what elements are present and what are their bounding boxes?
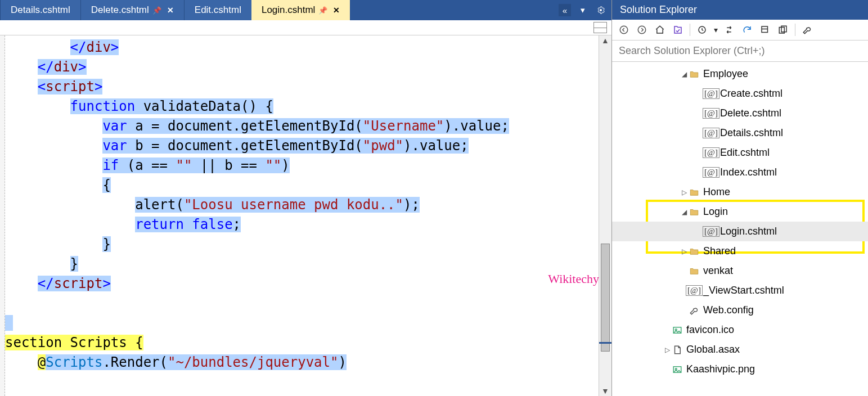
tree-label: _ViewStart.cshtml: [703, 285, 784, 296]
tabs-overflow-icon[interactable]: «: [559, 4, 571, 16]
folder-icon: [689, 206, 700, 218]
tree-label: Shared: [703, 245, 736, 257]
svg-point-1: [620, 26, 628, 34]
tab-bar: Details.cshtmlDelete.cshtml📌✕Edit.cshtml…: [0, 0, 611, 20]
toolbar-separator: [690, 24, 690, 36]
vertical-scrollbar[interactable]: ▲ ▼: [599, 35, 611, 396]
code-line: if (a == "" || b == ""): [5, 156, 599, 176]
code-editor[interactable]: </div> </div> <script> function validate…: [5, 35, 599, 396]
tree-label: venkat: [703, 265, 733, 277]
tree-item-_viewstart-cshtml[interactable]: [@]_ViewStart.cshtml: [612, 281, 868, 300]
tree-item-delete-cshtml[interactable]: [@]Delete.cshtml: [612, 104, 868, 123]
code-line: section Scripts {: [5, 333, 599, 353]
dropdown-icon[interactable]: ▾: [712, 22, 719, 38]
tree-item-create-cshtml[interactable]: [@]Create.cshtml: [612, 84, 868, 104]
code-line: </div>: [5, 57, 599, 77]
tabs-menu-icon[interactable]: ▾: [577, 4, 589, 16]
file-tree[interactable]: ◢Employee[@]Create.cshtml[@]Delete.cshtm…: [612, 62, 868, 396]
tree-label: Login.cshtml: [720, 226, 777, 237]
scroll-down-icon[interactable]: ▼: [599, 386, 611, 396]
code-line: alert("Loosu username pwd kodu..");: [5, 195, 599, 215]
tree-label: Login: [703, 206, 728, 218]
razor-icon: [@]: [705, 147, 717, 159]
toolbar-separator: [795, 24, 795, 36]
tab-label: Login.cshtml: [262, 4, 315, 16]
tree-item-index-cshtml[interactable]: [@]Index.cshtml: [612, 163, 868, 182]
editor-split-bar: [0, 20, 611, 35]
code-line: [5, 313, 599, 333]
refresh-icon[interactable]: [739, 22, 755, 38]
code-line: return false;: [5, 215, 599, 235]
chevron-right-icon[interactable]: ▷: [680, 188, 689, 196]
folder-icon: [689, 246, 700, 257]
tree-item-kaashivpic-png[interactable]: Kaashivpic.png: [612, 359, 868, 379]
tree-item-favicon-ico[interactable]: favicon.ico: [612, 320, 868, 340]
panel-search: [612, 40, 868, 62]
tab-label: Details.cshtml: [11, 4, 70, 16]
razor-icon: [@]: [705, 128, 717, 139]
pin-icon[interactable]: 📌: [318, 6, 327, 15]
code-line: var a = document.getElementById("Usernam…: [5, 116, 599, 136]
config-icon: [689, 305, 700, 316]
settings-gear-icon[interactable]: [595, 4, 607, 16]
swap-icon[interactable]: [721, 22, 737, 38]
scroll-thumb[interactable]: [601, 244, 610, 352]
chevron-right-icon[interactable]: ▷: [680, 248, 689, 255]
code-line: <script>: [5, 77, 599, 97]
sync-active-doc-icon[interactable]: [669, 22, 686, 38]
panel-title: Solution Explorer: [612, 0, 868, 20]
image-icon: [672, 325, 683, 336]
tree-item-home[interactable]: ▷Home: [612, 182, 868, 202]
tab-label: Edit.cshtml: [195, 4, 241, 16]
home-icon[interactable]: [651, 22, 668, 38]
nav-forward-icon[interactable]: [633, 22, 650, 38]
tab-edit-cshtml[interactable]: Edit.cshtml: [184, 0, 251, 20]
tab-details-cshtml[interactable]: Details.cshtml: [0, 0, 80, 20]
tree-label: Home: [703, 186, 730, 198]
tree-item-edit-cshtml[interactable]: [@]Edit.cshtml: [612, 143, 868, 163]
tree-item-global-asax[interactable]: ▷Global.asax: [612, 340, 868, 359]
code-line: {: [5, 176, 599, 195]
folder-icon: [689, 187, 700, 198]
tree-label: Index.cshtml: [720, 166, 777, 178]
razor-icon: [@]: [689, 285, 700, 296]
tree-label: Delete.cshtml: [720, 107, 781, 119]
file-icon: [672, 344, 683, 356]
chevron-down-icon[interactable]: ◢: [680, 70, 689, 78]
chevron-down-icon[interactable]: ◢: [680, 208, 689, 216]
tree-label: Kaashivpic.png: [686, 363, 755, 375]
folder-icon: [689, 69, 700, 80]
code-line: @Scripts.Render("~/bundles/jqueryval"): [5, 353, 599, 372]
razor-icon: [@]: [705, 167, 717, 178]
razor-icon: [@]: [705, 88, 717, 100]
split-editor-button[interactable]: [593, 22, 607, 33]
tab-label: Delete.cshtml: [91, 4, 149, 16]
chevron-right-icon[interactable]: ▷: [663, 346, 672, 354]
pin-icon[interactable]: 📌: [152, 6, 161, 15]
tab-bar-right: « ▾: [554, 0, 611, 20]
tree-item-shared[interactable]: ▷Shared: [612, 241, 868, 261]
editor-area: Details.cshtmlDelete.cshtml📌✕Edit.cshtml…: [0, 0, 611, 396]
tree-label: favicon.ico: [686, 324, 734, 336]
show-all-files-icon[interactable]: [775, 22, 791, 38]
tab-delete-cshtml[interactable]: Delete.cshtml📌✕: [80, 0, 184, 20]
razor-icon: [@]: [705, 226, 717, 237]
tab-login-cshtml[interactable]: Login.cshtml📌✕: [251, 0, 350, 20]
tree-item-details-cshtml[interactable]: [@]Details.cshtml: [612, 123, 868, 143]
close-icon[interactable]: ✕: [333, 6, 340, 15]
scroll-mark: [599, 342, 611, 344]
pending-changes-icon[interactable]: [694, 22, 710, 38]
collapse-all-icon[interactable]: [757, 22, 773, 38]
tree-item-venkat[interactable]: venkat: [612, 261, 868, 281]
scroll-up-icon[interactable]: ▲: [599, 35, 611, 46]
search-input[interactable]: [612, 40, 868, 61]
razor-icon: [@]: [705, 108, 717, 119]
nav-back-icon[interactable]: [615, 22, 632, 38]
tree-label: Edit.cshtml: [720, 147, 770, 159]
tree-item-employee[interactable]: ◢Employee: [612, 64, 868, 84]
properties-icon[interactable]: [799, 22, 816, 38]
tree-item-login[interactable]: ◢Login: [612, 202, 868, 222]
tree-item-login-cshtml[interactable]: [@]Login.cshtml: [612, 222, 868, 241]
tree-item-web-config[interactable]: Web.config: [612, 300, 868, 320]
close-icon[interactable]: ✕: [167, 6, 174, 15]
